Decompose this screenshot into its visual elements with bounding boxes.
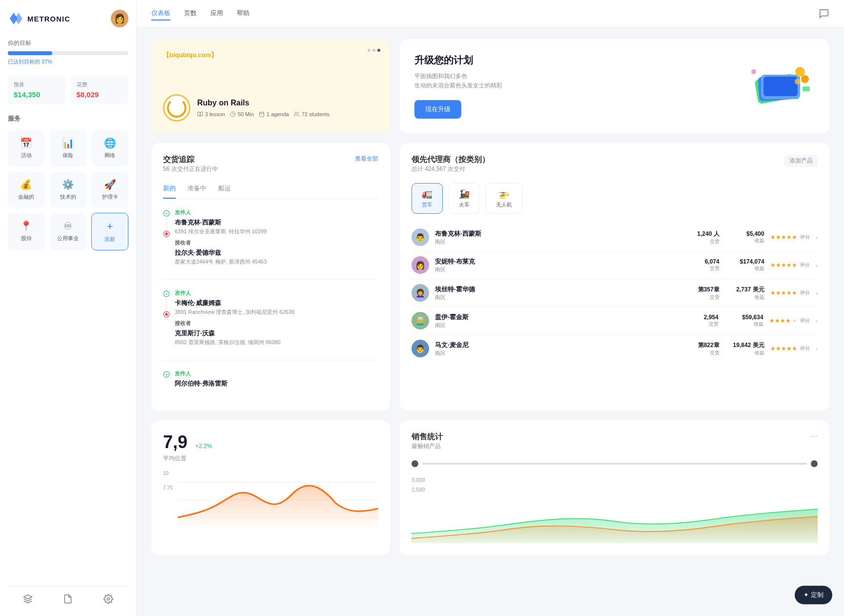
tracking-tabs: 新的 准备中 船运 [163,184,378,199]
chat-icon[interactable] [819,8,829,19]
agent-region-5: 南区 [435,349,684,357]
svg-point-3 [107,598,109,600]
stats-change: +2.2% [195,443,212,450]
slider-left-thumb[interactable] [412,460,418,467]
agent-row-3: 👩‍🦱 埃丝特·霍华德 南区 第357章 交货 2,737 美元 收益 ★ [412,279,818,307]
course-info: Ruby on Rails 3 lesson 50 Min [163,94,378,122]
tracking-tab-new[interactable]: 新的 [163,184,176,199]
truck-icon: 🚛 [422,188,432,199]
slider-right-thumb[interactable] [811,460,818,467]
agent-info-1: 布鲁克林·西蒙斯 南区 [435,229,684,246]
services-title: 服务 [8,114,128,123]
sidebar: METRONIC 👩 你的目标 已达到目标的 37% 预算 $14,350 花费… [0,0,137,616]
sender-role-3: 发件人 [175,370,227,377]
sidebar-item-network[interactable]: 🌐 网络 [91,130,128,166]
sidebar-item-insurance[interactable]: 📊 保险 [50,130,87,166]
settings-icon[interactable] [103,594,113,606]
agent-stat-3: 第357章 交货 [690,286,720,301]
sidebar-item-tech[interactable]: ⚙️ 技术的 [50,171,87,208]
sales-area-chart [412,494,818,543]
avatar[interactable]: 👩 [111,10,128,27]
agents-card: 领先代理商（按类别） 总计 424,567 次交付 添加产品 🚛 货车 🚂 火车 [400,143,829,411]
sidebar-item-activity[interactable]: 📅 活动 [8,130,45,166]
finance-label: 金融的 [18,193,34,201]
agents-subtitle: 总计 424,567 次交付 [412,165,490,173]
agent-arrow-2[interactable]: › [816,262,818,269]
goal-label: 你的目标 [8,39,128,47]
svg-point-23 [165,313,168,316]
receiver-role-2: 接收者 [175,320,378,327]
truck-label: 货车 [422,201,432,208]
network-label: 网络 [104,152,115,159]
sender-role-2: 发件人 [175,289,378,297]
finance-icon: 💰 [20,179,32,190]
agent-avatar-1: 👨 [412,228,429,246]
reception-icon: 📍 [20,220,32,232]
document-icon[interactable] [63,594,73,606]
tracking-tab-shipping[interactable]: 船运 [218,184,231,199]
svg-marker-1 [15,13,22,24]
svg-point-14 [795,67,805,77]
topnav: 仪表板 页数 应用 帮助 [137,0,844,27]
progress-bar [8,51,128,55]
nav-help[interactable]: 帮助 [237,7,249,21]
tracking-tab-preparing[interactable]: 准备中 [187,184,206,199]
agents-title-area: 领先代理商（按类别） 总计 424,567 次交付 [412,155,490,181]
budget-label: 预算 [14,81,60,88]
svg-marker-2 [24,595,32,599]
agent-info-5: 马文·麦金尼 南区 [435,341,684,357]
agent-money-2: $174,074 收益 [725,258,764,272]
upgrade-card: 升级您的计划 平面插图和我们多色 生动的未混合紫色头发女士的精彩 现在升级 [400,39,829,133]
agent-avatar-2: 👩 [412,256,429,274]
course-students: 72 students [294,111,329,117]
agent-row-1: 👨 布鲁克林·西蒙斯 南区 1,240 人 交货 $5,400 收益 ★★★ [412,224,818,251]
sidebar-item-nursing[interactable]: 🚀 护理卡 [91,171,128,208]
sales-more-icon[interactable]: ··· [811,432,818,458]
chart-y-3000: 3,000 [412,477,425,483]
bot-row: 7,9 +2.2% 平均位置 10 7.75 [151,420,829,555]
activity-label: 活动 [21,152,32,159]
public-label: 公用事业 [57,235,79,242]
view-all-link[interactable]: 查看全部 [355,155,378,163]
logo: METRONIC [8,11,70,26]
sidebar-item-add[interactable]: + 添新 [91,213,128,250]
clock-icon [230,111,236,117]
agent-arrow-1[interactable]: › [816,234,818,241]
chart-y-2500: 2,500 [412,487,425,493]
agent-arrow-4[interactable]: › [816,317,818,325]
layers-icon[interactable] [23,594,33,606]
add-label: 添新 [104,236,115,243]
customize-button[interactable]: ✦ 定制 [795,586,832,604]
agent-row-5: 👨 马文·麦金尼 南区 第822章 交货 19,842 美元 收益 ★★★★ [412,335,818,362]
agents-tab-train[interactable]: 🚂 火车 [449,183,480,214]
svg-point-16 [795,79,801,84]
progress-fill [8,51,52,55]
sales-title-area: 销售统计 最畅销产品 [412,432,443,458]
tracking-header: 交货追踪 56 次交付正在进行中 查看全部 [163,155,378,181]
students-icon [294,111,300,117]
nav-pages[interactable]: 页数 [184,7,197,21]
nav-apps[interactable]: 应用 [210,7,223,21]
sidebar-item-reception[interactable]: 📍 股待 [8,213,45,250]
dot1 [368,49,371,52]
slider-bar[interactable] [422,463,807,465]
agents-tab-drone[interactable]: 🚁 无人机 [486,183,522,214]
sender-icon-2 [163,290,170,297]
agent-money-1: $5,400 收益 [725,230,764,244]
course-meta: 3 lesson 50 Min 1 agenda [197,111,378,117]
course-title: Ruby on Rails [197,99,378,107]
sidebar-item-public[interactable]: ♾ 公用事业 [50,213,87,250]
stats-chart-area: 10 7.75 [163,471,378,529]
svg-point-20 [165,232,168,235]
nav-dashboard[interactable]: 仪表板 [151,7,170,21]
insurance-label: 保险 [62,152,73,159]
sidebar-item-finance[interactable]: 💰 金融的 [8,171,45,208]
agents-title: 领先代理商（按类别） [412,155,490,165]
agent-arrow-3[interactable]: › [816,289,818,297]
agents-header: 领先代理商（按类别） 总计 424,567 次交付 添加产品 [412,155,818,181]
upgrade-button[interactable]: 现在升级 [414,100,461,119]
agent-arrow-5[interactable]: › [816,345,818,352]
agents-tab-truck[interactable]: 🚛 货车 [412,183,443,214]
add-product-button[interactable]: 添加产品 [784,155,818,167]
receiver-icon-2 [163,311,170,318]
